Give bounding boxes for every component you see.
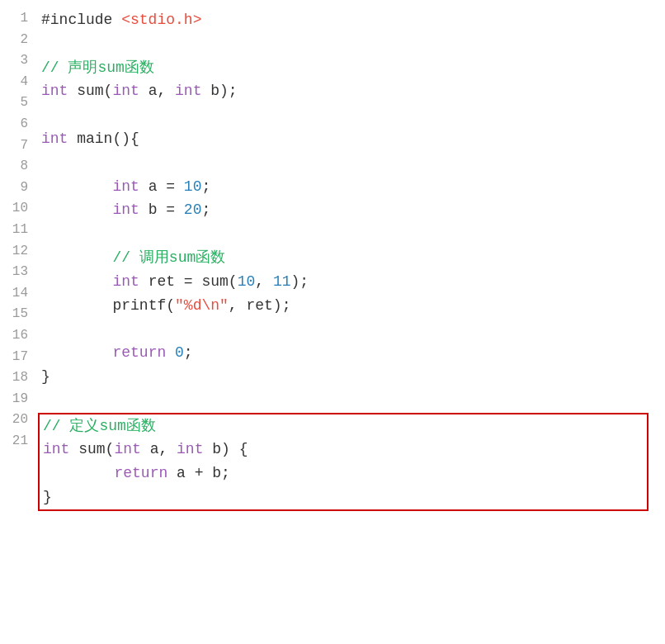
code-line: // 定义sum函数 (43, 414, 644, 438)
code-lines: #include <stdio.h> // 声明sum函数int sum(int… (41, 8, 665, 636)
line-number: 16 (8, 325, 28, 347)
code-line: // 声明sum函数 (41, 56, 665, 80)
line-number: 6 (8, 114, 28, 135)
line-number: 2 (8, 30, 28, 51)
code-line (41, 389, 665, 413)
line-number: 1 (8, 8, 28, 30)
code-line (41, 222, 665, 246)
code-line: #include <stdio.h> (41, 8, 665, 32)
line-number: 7 (8, 135, 28, 157)
line-number: 3 (8, 50, 28, 72)
line-number: 10 (8, 198, 28, 220)
code-line: int ret = sum(10, 11); (41, 270, 665, 294)
code-line: // 调用sum函数 (41, 246, 665, 270)
code-line: int sum(int a, int b) { (43, 438, 644, 462)
code-line (41, 151, 665, 175)
code-line (41, 103, 665, 127)
line-number: 21 (8, 431, 28, 452)
code-editor: 123456789101112131415161718192021 #inclu… (0, 0, 665, 644)
code-line (41, 32, 665, 56)
line-number: 19 (8, 389, 28, 410)
line-number: 9 (8, 178, 28, 199)
line-number: 20 (8, 410, 28, 431)
code-line (41, 317, 665, 341)
code-line: int main(){ (41, 127, 665, 151)
code-line: } (41, 365, 665, 389)
line-number: 14 (8, 283, 28, 305)
code-line: int sum(int a, int b); (41, 79, 665, 103)
line-number: 17 (8, 347, 28, 368)
code-line: int a = 10; (41, 175, 665, 199)
line-number: 8 (8, 156, 28, 178)
line-number: 5 (8, 92, 28, 114)
code-line: return a + b; (43, 462, 644, 485)
line-number: 12 (8, 241, 28, 263)
code-line: return 0; (41, 341, 665, 365)
highlighted-section: // 定义sum函数int sum(int a, int b) { return… (38, 413, 648, 511)
line-numbers: 123456789101112131415161718192021 (0, 8, 41, 636)
code-line: int b = 20; (41, 198, 665, 222)
line-number: 11 (8, 220, 28, 241)
line-number: 15 (8, 304, 28, 325)
line-number: 4 (8, 72, 28, 93)
code-line: printf("%d\n", ret); (41, 294, 665, 318)
line-number: 18 (8, 367, 28, 389)
line-number: 13 (8, 262, 28, 283)
code-line: } (43, 485, 644, 509)
